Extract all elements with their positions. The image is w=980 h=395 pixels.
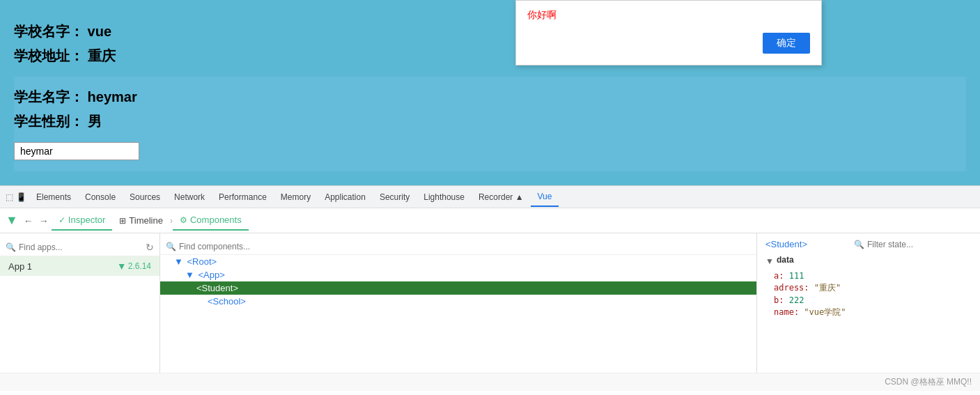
apps-search-bar: 🔍 ↻ bbox=[0, 239, 160, 256]
student-gender-label: 学生性别： bbox=[14, 114, 84, 129]
devtools-tabs-bar: ⬚ 📱 Elements Console Sources Network Per… bbox=[0, 186, 980, 208]
tab-network[interactable]: Network bbox=[167, 188, 212, 206]
tab-sources[interactable]: Sources bbox=[123, 188, 167, 206]
vue-v-icon: ▼ bbox=[117, 261, 127, 272]
student-gender-line: 学生性别： 男 bbox=[14, 112, 966, 131]
timeline-icon: ⊞ bbox=[119, 216, 126, 226]
student-name-label: 学生名字： bbox=[14, 89, 84, 104]
devtools-content: 🔍 ↻ App 1 ▼ 2.6.14 🔍 ▼ <Root> bbox=[0, 233, 980, 373]
apps-search-input[interactable] bbox=[19, 242, 123, 252]
school-section: 学校名字： vue 学校地址： 重庆 bbox=[14, 11, 966, 77]
tab-memory[interactable]: Memory bbox=[274, 188, 318, 206]
components-icon: ⚙ bbox=[180, 215, 187, 225]
components-label: Components bbox=[190, 215, 242, 225]
apps-search-icon: 🔍 bbox=[6, 242, 16, 252]
state-key-name: name: bbox=[774, 307, 799, 317]
tab-performance[interactable]: Performance bbox=[212, 188, 274, 206]
alert-message: 你好啊 bbox=[527, 9, 810, 22]
tab-elements[interactable]: Elements bbox=[29, 188, 78, 206]
state-section-arrow: ▼ bbox=[765, 256, 774, 266]
state-key-a: a: bbox=[774, 271, 784, 281]
state-filter-input[interactable] bbox=[867, 240, 972, 249]
device-icon[interactable]: 📱 bbox=[16, 192, 26, 202]
refresh-icon[interactable]: ↻ bbox=[146, 242, 154, 253]
state-component-name: <Student> bbox=[765, 239, 807, 249]
tab-recorder[interactable]: Recorder ▲ bbox=[472, 188, 531, 206]
student-input[interactable] bbox=[14, 142, 139, 160]
state-section-header: ▼ data bbox=[765, 255, 972, 268]
student-label: <Student> bbox=[196, 283, 238, 293]
devtools-panel: ⬚ 📱 Elements Console Sources Network Per… bbox=[0, 185, 980, 391]
comp-search-icon: 🔍 bbox=[166, 242, 176, 251]
nav-inspector[interactable]: ✓ Inspector bbox=[52, 210, 112, 231]
app-area: 学校名字： vue 学校地址： 重庆 学生名字： heymar 学生性别： 男 … bbox=[0, 0, 980, 185]
alert-dialog: 你好啊 确定 bbox=[515, 0, 822, 65]
vue-nav-bar: ▼ ← → ✓ Inspector ⊞ Timeline › ⚙ Compone… bbox=[0, 208, 980, 233]
state-search-icon: 🔍 bbox=[854, 240, 864, 249]
school-name-label: 学校名字： bbox=[14, 24, 84, 39]
app-label: <App> bbox=[198, 270, 224, 280]
nav-back-arrow[interactable]: ← bbox=[21, 215, 36, 226]
state-key-b: b: bbox=[774, 295, 784, 305]
state-row-adress: adress: "重庆" bbox=[765, 281, 972, 295]
tab-lighthouse[interactable]: Lighthouse bbox=[417, 188, 472, 206]
school-name-value: vue bbox=[88, 24, 111, 39]
vue-logo: ▼ bbox=[6, 213, 18, 228]
components-search-bar: 🔍 bbox=[160, 239, 756, 255]
app-name: App 1 bbox=[8, 261, 32, 272]
app-version: ▼ 2.6.14 bbox=[117, 261, 151, 272]
state-row-b: b: 222 bbox=[765, 295, 972, 306]
state-val-b: 222 bbox=[789, 295, 804, 305]
check-icon: ✓ bbox=[59, 215, 65, 225]
state-val-name: "vue学院" bbox=[804, 307, 846, 317]
nav-timeline[interactable]: ⊞ Timeline bbox=[112, 211, 170, 230]
tab-application[interactable]: Application bbox=[318, 188, 373, 206]
timeline-label: Timeline bbox=[129, 215, 163, 226]
school-label: <School> bbox=[208, 296, 246, 307]
student-gender-value: 男 bbox=[88, 114, 102, 129]
state-key-adress: adress: bbox=[774, 283, 809, 293]
root-arrow: ▼ bbox=[174, 256, 185, 267]
tab-security[interactable]: Security bbox=[373, 188, 417, 206]
student-name-line: 学生名字： heymar bbox=[14, 88, 966, 107]
nav-components[interactable]: ⚙ Components bbox=[173, 210, 249, 231]
state-val-adress: "重庆" bbox=[814, 283, 841, 293]
school-addr-line: 学校地址： 重庆 bbox=[14, 47, 966, 65]
school-addr-value: 重庆 bbox=[88, 48, 116, 63]
state-row-name: name: "vue学院" bbox=[765, 306, 972, 319]
state-panel: <Student> 🔍 ▼ data a: 111 adress: "重庆" b… bbox=[757, 233, 980, 373]
apps-panel: 🔍 ↻ App 1 ▼ 2.6.14 bbox=[0, 233, 160, 373]
tab-console[interactable]: Console bbox=[78, 188, 123, 206]
state-header: <Student> 🔍 bbox=[765, 239, 972, 249]
tree-student[interactable]: <Student> bbox=[160, 281, 756, 295]
app-arrow: ▼ bbox=[185, 270, 196, 280]
tab-vue[interactable]: Vue bbox=[531, 187, 559, 207]
inspect-icon[interactable]: ⬚ bbox=[6, 192, 13, 202]
inspector-label: Inspector bbox=[68, 215, 105, 225]
watermark: CSDN @格格巫 MMQ!! bbox=[0, 373, 980, 391]
state-val-a: 111 bbox=[789, 271, 804, 281]
app-list-item[interactable]: App 1 ▼ 2.6.14 bbox=[0, 256, 160, 276]
state-row-a: a: 111 bbox=[765, 270, 972, 281]
student-name-value: heymar bbox=[88, 89, 137, 104]
tree-school[interactable]: <School> bbox=[160, 295, 756, 308]
nav-forward-arrow[interactable]: → bbox=[36, 215, 52, 226]
school-name-line: 学校名字： vue bbox=[14, 22, 966, 41]
tree-root[interactable]: ▼ <Root> bbox=[160, 255, 756, 268]
root-label: <Root> bbox=[187, 256, 217, 267]
student-section: 学生名字： heymar 学生性别： 男 bbox=[14, 77, 966, 171]
state-section-title: data bbox=[777, 255, 794, 265]
components-search-input[interactable] bbox=[179, 242, 318, 251]
components-panel: 🔍 ▼ <Root> ▼ <App> <Student> <School> bbox=[160, 233, 757, 373]
school-addr-label: 学校地址： bbox=[14, 48, 84, 63]
alert-confirm-button[interactable]: 确定 bbox=[763, 33, 810, 54]
tree-app[interactable]: ▼ <App> bbox=[160, 268, 756, 281]
